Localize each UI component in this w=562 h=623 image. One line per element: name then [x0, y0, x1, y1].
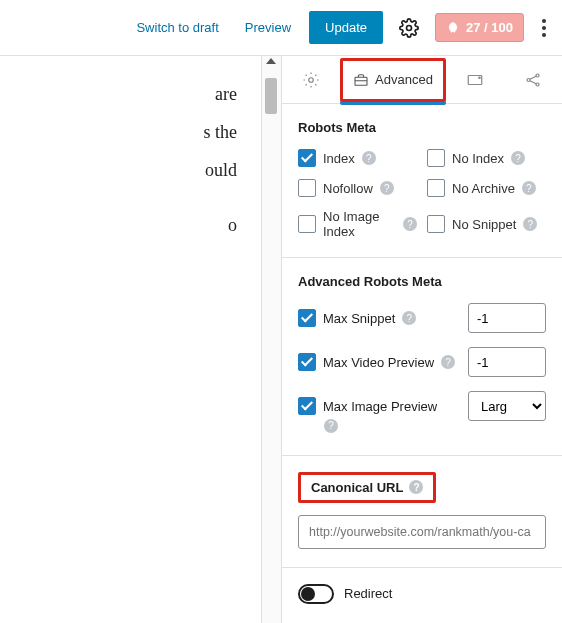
svg-point-0	[407, 25, 412, 30]
checkbox-max-image[interactable]	[298, 397, 316, 415]
redirect-toggle[interactable]	[298, 584, 334, 604]
update-button[interactable]: Update	[309, 11, 383, 44]
help-icon[interactable]: ?	[441, 355, 455, 369]
svg-point-1	[309, 77, 314, 82]
editor-line: o	[0, 207, 237, 245]
svg-point-4	[479, 77, 481, 79]
help-icon[interactable]: ?	[409, 480, 423, 494]
checkbox-no-image-index-input[interactable]	[298, 215, 316, 233]
redirect-label: Redirect	[344, 586, 392, 601]
tab-advanced[interactable]: Advanced	[340, 56, 446, 103]
help-icon[interactable]: ?	[403, 217, 417, 231]
redirect-section: Redirect	[282, 568, 562, 620]
checkbox-nofollow[interactable]: Nofollow ?	[298, 179, 417, 197]
seo-score-badge[interactable]: 27 / 100	[435, 13, 524, 42]
svg-rect-2	[355, 77, 367, 85]
canonical-title: Canonical URL ?	[298, 472, 436, 503]
advanced-robots-section: Advanced Robots Meta Max Snippet ? Max V…	[282, 258, 562, 456]
gear-icon	[302, 71, 320, 89]
checkbox-index-input[interactable]	[298, 149, 316, 167]
canonical-url-input[interactable]	[298, 515, 546, 549]
scroll-thumb[interactable]	[265, 78, 277, 114]
seo-sidebar: Advanced Robots Meta Index ? No Ind	[281, 56, 562, 623]
scrollbar[interactable]	[261, 56, 281, 623]
editor-topbar: Switch to draft Preview Update 27 / 100	[0, 0, 562, 56]
max-snippet-input[interactable]	[468, 303, 546, 333]
svg-point-7	[536, 83, 539, 86]
max-image-select[interactable]: Large	[468, 391, 546, 421]
checkbox-max-snippet[interactable]	[298, 309, 316, 327]
more-menu-icon[interactable]	[534, 13, 554, 43]
share-icon	[524, 71, 542, 89]
checkbox-no-snippet[interactable]: No Snippet ?	[427, 209, 546, 239]
help-icon[interactable]: ?	[523, 217, 537, 231]
card-icon	[466, 71, 484, 89]
robots-meta-section: Robots Meta Index ? No Index ? Nofollow …	[282, 104, 562, 258]
editor-line: are	[0, 76, 237, 114]
canonical-section: Canonical URL ?	[282, 456, 562, 568]
svg-point-5	[527, 78, 530, 81]
tab-social[interactable]	[504, 56, 562, 103]
help-icon[interactable]: ?	[511, 151, 525, 165]
scroll-up-icon[interactable]	[266, 58, 276, 64]
tab-advanced-label: Advanced	[375, 72, 433, 87]
help-icon[interactable]: ?	[362, 151, 376, 165]
editor-line: s the	[0, 114, 237, 152]
checkbox-no-index-input[interactable]	[427, 149, 445, 167]
help-icon[interactable]: ?	[324, 419, 338, 433]
tab-schema[interactable]	[446, 56, 504, 103]
preview-link[interactable]: Preview	[237, 14, 299, 41]
settings-icon[interactable]	[393, 12, 425, 44]
switch-to-draft-link[interactable]: Switch to draft	[128, 14, 226, 41]
checkbox-no-image-index[interactable]: No Image Index ?	[298, 209, 417, 239]
tab-general[interactable]	[282, 56, 340, 103]
editor-content[interactable]: are s the ould o	[0, 56, 261, 623]
checkbox-index[interactable]: Index ?	[298, 149, 417, 167]
rocket-icon	[446, 21, 460, 35]
checkbox-nofollow-input[interactable]	[298, 179, 316, 197]
help-icon[interactable]: ?	[402, 311, 416, 325]
seo-score-text: 27 / 100	[466, 20, 513, 35]
checkbox-max-video[interactable]	[298, 353, 316, 371]
robots-meta-title: Robots Meta	[298, 120, 546, 135]
checkbox-no-snippet-input[interactable]	[427, 215, 445, 233]
checkbox-no-archive-input[interactable]	[427, 179, 445, 197]
sidebar-tabs: Advanced	[282, 56, 562, 104]
checkbox-no-index[interactable]: No Index ?	[427, 149, 546, 167]
advanced-robots-title: Advanced Robots Meta	[298, 274, 546, 289]
svg-point-6	[536, 74, 539, 77]
help-icon[interactable]: ?	[522, 181, 536, 195]
help-icon[interactable]: ?	[380, 181, 394, 195]
toolbox-icon	[353, 72, 369, 88]
max-video-input[interactable]	[468, 347, 546, 377]
checkbox-no-archive[interactable]: No Archive ?	[427, 179, 546, 197]
editor-line: ould	[0, 152, 237, 190]
